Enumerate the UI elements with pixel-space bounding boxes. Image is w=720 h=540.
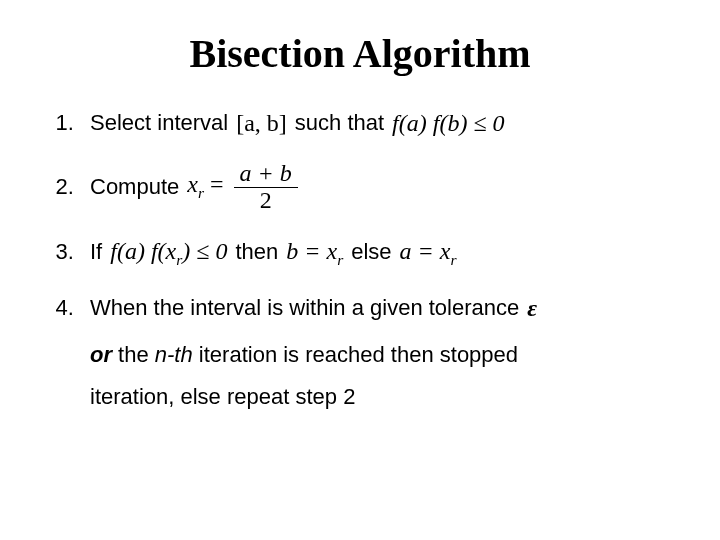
else-expr: a = xr [400, 235, 457, 270]
step-4-line2a: the [112, 342, 155, 367]
else-word: else [351, 237, 391, 267]
cond-tail: ) ≤ 0 [182, 238, 227, 264]
step-4: When the interval is within a given tole… [80, 292, 690, 418]
step-4-line1: When the interval is within a given tole… [90, 293, 519, 323]
slide: Bisection Algorithm Select interval [a, … [0, 0, 720, 540]
step-1-condition: f(a) f(b) ≤ 0 [392, 107, 504, 139]
or-word: or [90, 342, 112, 367]
eq-sign: = [204, 172, 230, 198]
nth-word: n-th [155, 342, 193, 367]
step-4-continuation: or the n-th iteration is reached then st… [90, 334, 690, 418]
step-1: Select interval [a, b] such that f(a) f(… [80, 107, 690, 139]
epsilon-symbol: ε [527, 292, 537, 324]
step-3-lead: If [90, 237, 102, 267]
step-2-formula: xr = a + b 2 [187, 161, 297, 212]
cond-head: f(a) f(x [110, 238, 176, 264]
step-4-line2b: iteration is reached then stopped [193, 342, 518, 367]
fraction-num: a + b [234, 161, 298, 187]
fraction-den: 2 [234, 188, 298, 213]
step-3-condition: f(a) f(xr) ≤ 0 [110, 235, 227, 270]
then-sub: r [337, 251, 343, 268]
fraction: a + b 2 [234, 161, 298, 212]
step-4-line3: iteration, else repeat step 2 [90, 376, 690, 418]
step-2-lead: Compute [90, 172, 179, 202]
interval-math: [a, b] [236, 107, 287, 139]
step-2: Compute xr = a + b 2 [80, 161, 690, 212]
slide-title: Bisection Algorithm [30, 30, 690, 77]
then-expr: b = xr [286, 235, 343, 270]
algorithm-list: Select interval [a, b] such that f(a) f(… [30, 107, 690, 418]
step-1-lead: Select interval [90, 108, 228, 138]
else-sub: r [450, 251, 456, 268]
xr-var: x [187, 172, 198, 198]
step-1-mid: such that [295, 108, 384, 138]
then-lhs: b = x [286, 238, 337, 264]
else-lhs: a = x [400, 238, 451, 264]
interval-bracket: [a, b] [236, 110, 287, 136]
then-word: then [235, 237, 278, 267]
step-3: If f(a) f(xr) ≤ 0 then b = xr else a = x… [80, 235, 690, 270]
